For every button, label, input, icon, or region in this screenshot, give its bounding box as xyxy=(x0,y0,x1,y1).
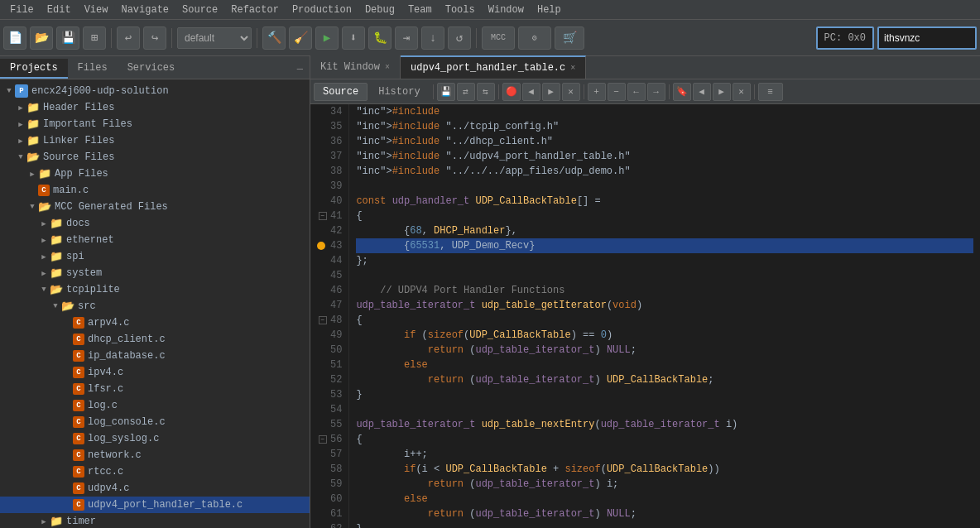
tree-arrow[interactable]: ▶ xyxy=(38,517,50,526)
extra-tool-1[interactable]: ⚙ xyxy=(518,26,551,50)
tree-arrow[interactable]: ▶ xyxy=(38,219,50,228)
code-line[interactable]: "inc">#include "../udpv4_port_handler_ta… xyxy=(356,149,973,164)
tree-arrow[interactable]: ▶ xyxy=(38,236,50,245)
tree-arrow[interactable]: ▼ xyxy=(26,203,38,211)
tree-item-dhcp-client-c[interactable]: Cdhcp_client.c xyxy=(0,331,310,348)
prev-bookmark-button[interactable]: ◀ xyxy=(693,83,711,101)
code-line[interactable]: "inc">#include xyxy=(356,104,973,119)
bookmark-button[interactable]: 🔖 xyxy=(673,83,691,101)
tree-item-app-files[interactable]: ▶📁App Files xyxy=(0,166,310,182)
code-line[interactable]: { xyxy=(356,432,973,447)
tree-item-linker-files[interactable]: ▶📁Linker Files xyxy=(0,132,310,149)
kit-window-close-icon[interactable]: × xyxy=(385,63,390,72)
clear-bookmarks-button[interactable]: ✕ xyxy=(733,83,751,101)
code-line[interactable]: { xyxy=(356,209,973,223)
menu-team[interactable]: Team xyxy=(401,2,439,17)
code-line[interactable]: } xyxy=(356,387,973,402)
config-dropdown[interactable]: default xyxy=(177,27,252,49)
tree-arrow[interactable]: ▼ xyxy=(50,302,61,310)
format-button[interactable]: ⇆ xyxy=(477,83,495,101)
step-over-button[interactable]: ⇥ xyxy=(395,26,418,50)
tree-arrow[interactable]: ▶ xyxy=(26,170,38,179)
menu-navigate[interactable]: Navigate xyxy=(114,2,175,17)
tab-services[interactable]: Services xyxy=(118,59,185,79)
code-line[interactable]: return (udp_table_iterator_t) i; xyxy=(356,477,973,492)
tree-item-arpv4-c[interactable]: Carpv4.c xyxy=(0,314,310,331)
run-button[interactable]: ▶ xyxy=(315,26,339,50)
source-tab[interactable]: Source xyxy=(314,83,368,101)
active-file-close-icon[interactable]: × xyxy=(570,64,575,73)
save-button[interactable]: 💾 xyxy=(56,26,79,50)
menu-refactor[interactable]: Refactor xyxy=(224,2,286,17)
tree-item-ip-database-c[interactable]: Cip_database.c xyxy=(0,348,310,364)
extra-tool-2[interactable]: 🛒 xyxy=(555,26,584,50)
build-project-button[interactable]: 🔨 xyxy=(262,26,286,50)
code-line[interactable]: "inc">#include "../../../app_files/udp_d… xyxy=(356,164,973,179)
undo-button[interactable]: ↩ xyxy=(117,26,140,50)
code-line[interactable] xyxy=(356,268,973,283)
tree-item-log-console-c[interactable]: Clog_console.c xyxy=(0,414,310,430)
code-line[interactable]: return (udp_table_iterator_t) UDP_CallBa… xyxy=(356,372,973,387)
code-line[interactable]: "inc">#include "../dhcp_client.h" xyxy=(356,134,973,149)
back-button[interactable]: ← xyxy=(627,83,646,101)
code-line[interactable]: } xyxy=(356,521,973,528)
code-line[interactable]: udp_table_iterator_t udp_table_nextEntry… xyxy=(356,417,973,432)
fold-button[interactable]: − xyxy=(319,435,327,444)
tree-item-timer[interactable]: ▶📁timer xyxy=(0,513,310,528)
clean-button[interactable]: 🧹 xyxy=(289,26,312,50)
history-tab[interactable]: History xyxy=(369,83,429,101)
tasks-button[interactable]: ≡ xyxy=(758,83,783,101)
menu-view[interactable]: View xyxy=(78,2,115,17)
code-line[interactable]: else xyxy=(356,358,973,372)
tree-item-ethernet[interactable]: ▶📁ethernet xyxy=(0,232,310,248)
menu-debug[interactable]: Debug xyxy=(358,2,401,17)
tree-item-src[interactable]: ▼📂src xyxy=(0,298,310,314)
forward-button[interactable]: → xyxy=(647,83,665,101)
tree-item-docs[interactable]: ▶📁docs xyxy=(0,215,310,232)
tree-item-udpv4-port-handler-table-c[interactable]: Cudpv4_port_handler_table.c xyxy=(0,497,310,513)
code-content[interactable]: "inc">#include "inc">#include "../tcpip_… xyxy=(349,104,980,528)
diff-button[interactable]: ⇄ xyxy=(457,83,475,101)
menu-source[interactable]: Source xyxy=(175,2,224,17)
tree-item-important-files[interactable]: ▶📁Important Files xyxy=(0,116,310,132)
save-all-button[interactable]: ⊞ xyxy=(83,26,106,50)
zoom-out-button[interactable]: − xyxy=(608,83,626,101)
code-line[interactable]: { xyxy=(356,313,973,328)
menu-file[interactable]: File xyxy=(3,2,41,17)
tree-arrow[interactable]: ▼ xyxy=(15,153,26,161)
code-line[interactable]: if(i < UDP_CallBackTable + sizeof(UDP_Ca… xyxy=(356,462,973,477)
code-line[interactable]: // UDPV4 Port Handler Functions xyxy=(356,283,973,298)
next-bookmark-button[interactable]: ▶ xyxy=(713,83,731,101)
tree-item-network-c[interactable]: Cnetwork.c xyxy=(0,447,310,463)
tree-item-system[interactable]: ▶📁system xyxy=(0,265,310,281)
menu-tools[interactable]: Tools xyxy=(439,2,482,17)
tree-arrow[interactable]: ▶ xyxy=(15,120,26,129)
tree-item-udpv4-c[interactable]: Cudpv4.c xyxy=(0,480,310,497)
panel-collapse-button[interactable]: — xyxy=(291,60,310,79)
menu-production[interactable]: Production xyxy=(286,2,358,17)
code-line[interactable]: else xyxy=(356,492,973,506)
debug-button[interactable]: 🐛 xyxy=(368,26,392,50)
tree-arrow[interactable]: ▶ xyxy=(38,269,50,278)
tab-kit-window[interactable]: Kit Window × xyxy=(310,55,401,79)
tree-item-log-syslog-c[interactable]: Clog_syslog.c xyxy=(0,430,310,447)
menu-window[interactable]: Window xyxy=(482,2,531,17)
tree-arrow[interactable]: ▶ xyxy=(38,252,50,262)
code-line[interactable]: }; xyxy=(356,253,973,268)
tree-item-rtcc-c[interactable]: Crtcc.c xyxy=(0,463,310,480)
tree-item-root[interactable]: ▼Pencx24j600-udp-solution xyxy=(0,83,310,99)
tree-item-lfsr-c[interactable]: Clfsr.c xyxy=(0,381,310,397)
tree-arrow[interactable]: ▼ xyxy=(38,286,50,294)
tree-item-tcpiplite[interactable]: ▼📂tcpiplite xyxy=(0,281,310,298)
tree-arrow[interactable]: ▼ xyxy=(3,87,15,95)
reset-button[interactable]: ↺ xyxy=(448,26,471,50)
code-line[interactable]: const udp_handler_t UDP_CallBackTable[] … xyxy=(356,194,973,209)
save-file-button[interactable]: 💾 xyxy=(437,83,455,101)
tree-item-spi[interactable]: ▶📁spi xyxy=(0,248,310,265)
mcc-button[interactable]: MCC xyxy=(482,26,515,50)
code-line[interactable] xyxy=(356,179,973,194)
tree-item-header-files[interactable]: ▶📁Header Files xyxy=(0,99,310,116)
menu-help[interactable]: Help xyxy=(531,2,568,17)
tab-active-file[interactable]: udpv4_port_handler_table.c × xyxy=(401,55,586,79)
tree-arrow[interactable]: ▶ xyxy=(15,103,26,113)
